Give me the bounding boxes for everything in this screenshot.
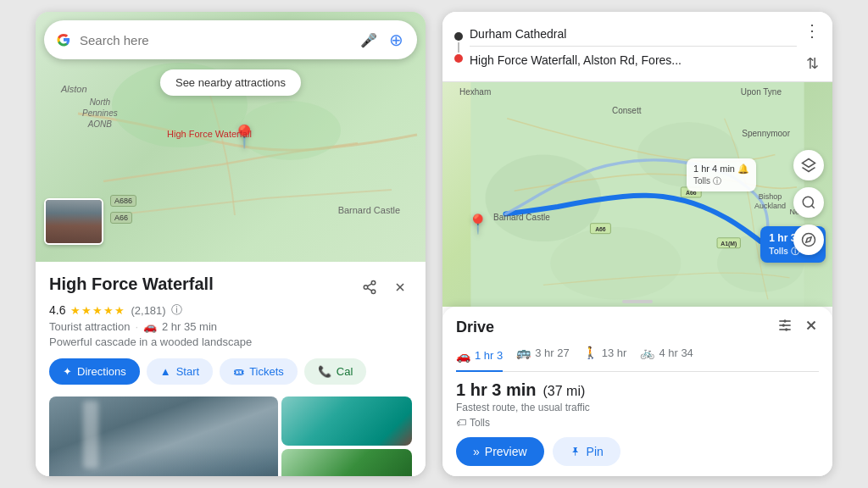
swap-routes-icon[interactable]: ⇅ [806,54,819,73]
google-logo-icon [56,32,71,47]
svg-point-31 [782,324,785,326]
fastest-route-label: Fastest route, the usual traffic [456,402,590,413]
close-drive-panel-button[interactable] [804,318,819,336]
share-icon[interactable] [358,275,381,299]
right-panel: Durham Cathedral High Force Waterfall, A… [442,12,832,476]
barnard-castle-right-label: Barnard Castle [493,213,550,222]
tickets-label: Tickets [249,365,284,378]
drive-icon: 🚗 [143,320,157,333]
drive-header: Drive [456,317,819,337]
alston-label: Alston [61,84,87,94]
origin-input[interactable]: Durham Cathedral [470,27,797,47]
separator: · [135,320,138,333]
upton-tyne-map-label: Upon Tyne [741,87,782,97]
summary-row: 1 hr 3 min (37 mi) [456,380,819,400]
destination-dot-icon [454,54,463,63]
photo-main[interactable] [49,396,278,476]
pin-icon: 🖈 [570,445,581,458]
preview-button[interactable]: » Preview [456,437,544,466]
place-description: Powerful cascade in a wooded landscape [49,336,412,348]
start-label: Start [176,365,199,378]
consett-map-label: Consett [612,106,641,115]
preview-chevron-icon: » [473,445,480,458]
photo-small-2[interactable] [281,449,412,476]
tab-walk[interactable]: 🚶 13 hr [583,346,627,364]
location-thumbnail[interactable] [44,198,103,245]
time-bubble-1-line1: 1 hr 4 min 🔔 [693,163,749,175]
drive-panel: Drive [442,307,832,476]
place-type-label: Tourist attraction [49,320,130,333]
place-title: High Force Waterfall [49,274,214,294]
call-button[interactable]: 📞 Cal [304,358,367,385]
transport-tabs: 🚗 1 hr 3 🚌 3 hr 27 🚶 13 hr 🚲 4 hr 34 [456,346,819,372]
action-buttons: ✦ Directions ▲ Start 🎟 Tickets 📞 Cal [49,358,412,385]
svg-point-3 [364,286,368,290]
svg-point-4 [371,290,376,294]
road-badge-a66: A66 [110,212,132,224]
svg-line-5 [367,288,371,291]
photo-stack [281,396,412,476]
start-icon: ▲ [160,365,171,378]
mic-icon[interactable]: 🎤 [359,30,378,49]
svg-text:A66: A66 [595,226,606,232]
bottom-actions: » Preview 🖈 Pin [456,437,819,466]
drag-handle[interactable] [622,300,653,303]
route-settings-icon[interactable] [776,317,793,337]
start-button[interactable]: ▲ Start [147,358,213,385]
tab-transit-time: 3 hr 27 [535,347,569,359]
route-header: Durham Cathedral High Force Waterfall, A… [442,12,832,82]
tickets-button[interactable]: 🎟 Tickets [220,358,298,385]
walk-icon: 🚶 [583,346,598,359]
svg-marker-23 [806,237,811,242]
map-background-right: A66 A1(M) A66 Hexham Upon Tyne Consett S… [442,82,832,307]
destination-input[interactable]: High Force Waterfall, Alston Rd, Fores..… [470,53,797,67]
tab-transit[interactable]: 🚌 3 hr 27 [516,346,569,364]
info-icon[interactable]: ⓘ [171,302,182,318]
compass-button[interactable] [793,225,824,255]
drive-time: 2 hr 35 min [162,320,217,333]
pin-label: Pin [587,445,604,458]
pin-button[interactable]: 🖈 Pin [553,437,620,466]
header-actions [358,275,412,299]
spennymoor-map-label: Spennymoor [742,129,790,138]
call-icon: 📞 [318,365,331,378]
photos-grid [49,396,412,476]
place-type-row: Tourist attraction · 🚗 2 hr 35 min [49,320,412,333]
nearby-attractions-button[interactable]: See nearby attractions [160,69,301,96]
svg-text:A1(M): A1(M) [721,241,737,247]
rating-row: 4.6 ★★★★★ (2,181) ⓘ [49,302,412,318]
summary-subtitle: Fastest route, the usual traffic [456,402,819,413]
svg-point-2 [371,281,376,286]
photo-small-1[interactable] [281,396,412,446]
summary-distance: (37 mi) [542,384,585,399]
info-header: High Force Waterfall [49,274,412,299]
tab-drive[interactable]: 🚗 1 hr 3 [456,346,503,372]
left-panel: 🎤 ⊕ See nearby attractions Alston North … [36,12,426,476]
search-input[interactable] [80,33,351,47]
info-card: High Force Waterfall 4.6 ★★★★★ (2,181) [36,262,426,476]
svg-point-13 [550,227,681,299]
lens-icon[interactable]: ⊕ [387,30,405,49]
tickets-icon: 🎟 [233,365,244,378]
time-bubble-1-line2: Tolls ⓘ [693,175,749,187]
review-count: (2,181) [131,304,165,317]
preview-label: Preview [485,445,527,458]
call-label: Cal [337,365,353,378]
map-area-right[interactable]: A66 A1(M) A66 Hexham Upon Tyne Consett S… [442,82,832,307]
search-map-button[interactable] [793,187,824,218]
close-button[interactable] [388,275,412,299]
stars-display: ★★★★★ [70,304,125,317]
origin-dot-icon [454,32,463,41]
more-options-icon[interactable]: ⋮ [804,20,821,41]
tab-walk-time: 13 hr [602,347,627,359]
search-bar: 🎤 ⊕ [44,20,417,59]
summary-time: 1 hr 3 min [456,380,536,400]
search-icons: 🎤 ⊕ [359,30,405,49]
directions-button[interactable]: ✦ Directions [49,358,140,385]
directions-label: Directions [77,365,126,378]
hexham-map-label: Hexham [459,87,491,97]
car-icon: 🚗 [456,349,470,363]
tab-cycle[interactable]: 🚲 4 hr 34 [640,346,693,364]
layers-button[interactable] [793,150,824,180]
barnard-castle-label: Barnard Castle [338,205,400,215]
